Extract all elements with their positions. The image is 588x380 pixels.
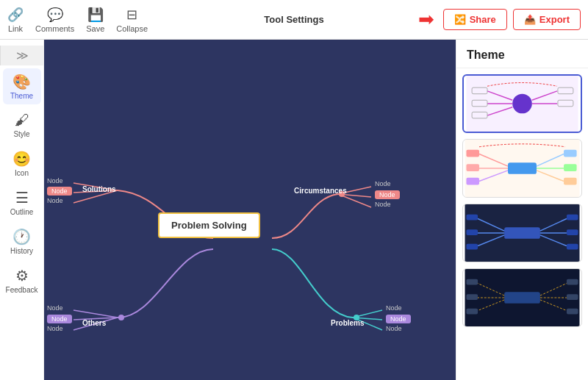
node-p3: Node xyxy=(386,325,402,332)
svg-rect-46 xyxy=(466,279,478,285)
svg-rect-38 xyxy=(567,215,578,221)
tool-collapse[interactable]: ⊟ Collapse xyxy=(116,7,148,33)
svg-rect-42 xyxy=(567,244,578,250)
svg-point-1 xyxy=(118,315,124,320)
save-icon: 💾 xyxy=(87,7,104,23)
node-o2: Node xyxy=(47,315,72,323)
node-p2: Node xyxy=(386,315,411,323)
link-label: Link xyxy=(8,24,23,33)
svg-rect-50 xyxy=(466,309,478,315)
sidebar-item-theme[interactable]: 🎨 Theme xyxy=(3,68,41,104)
center-node[interactable]: Problem Solving xyxy=(158,212,260,238)
theme-card-3[interactable] xyxy=(462,204,582,262)
svg-rect-24 xyxy=(564,150,577,157)
export-icon: 📤 xyxy=(524,14,536,25)
svg-rect-32 xyxy=(466,215,478,221)
red-arrow-icon: ➡ xyxy=(418,8,434,31)
node-s1: Node xyxy=(47,177,63,184)
sidebar-item-history[interactable]: 🕐 History xyxy=(3,223,41,259)
outline-label: Outline xyxy=(10,208,34,216)
branch-solutions: Solutions xyxy=(82,185,116,193)
history-label: History xyxy=(10,247,33,255)
share-button[interactable]: 🔀 Share xyxy=(443,9,507,30)
export-button[interactable]: 📤 Export xyxy=(513,9,581,30)
right-panel: Theme xyxy=(456,40,588,380)
svg-rect-34 xyxy=(466,229,478,235)
tool-save[interactable]: 💾 Save xyxy=(86,7,104,33)
link-icon: 🔗 xyxy=(7,7,24,23)
tool-link[interactable]: 🔗 Link xyxy=(7,7,24,33)
theme-card-4[interactable] xyxy=(462,268,582,327)
feedback-icon: ⚙ xyxy=(15,267,29,284)
left-sidebar: ≫ 🎨 Theme 🖌 Style 😊 Icon ☰ Outline 🕐 His… xyxy=(0,40,44,380)
history-icon: 🕐 xyxy=(12,228,31,245)
sidebar-item-style[interactable]: 🖌 Style xyxy=(3,107,41,143)
toolbar-actions: ➡ 🔀 Share 📤 Export xyxy=(418,8,581,31)
icon-label: Icon xyxy=(15,169,29,177)
mind-map-canvas[interactable]: Problem Solving Solutions Circumstances … xyxy=(44,40,456,380)
node-c3: Node xyxy=(375,201,391,208)
comments-label: Comments xyxy=(35,24,74,33)
theme-card-1[interactable] xyxy=(462,74,582,133)
node-c2: Node xyxy=(375,190,400,199)
toolbar-title: Tool Settings xyxy=(264,14,323,25)
branch-others: Others xyxy=(82,319,106,327)
svg-rect-52 xyxy=(567,279,578,285)
node-s2: Node xyxy=(47,187,72,196)
save-label: Save xyxy=(86,24,104,33)
svg-rect-18 xyxy=(466,150,479,157)
svg-rect-56 xyxy=(567,309,578,315)
svg-rect-48 xyxy=(466,294,478,300)
svg-rect-36 xyxy=(466,244,478,250)
icon-icon: 😊 xyxy=(12,150,31,168)
theme-grid xyxy=(456,68,588,333)
center-node-label: Problem Solving xyxy=(171,220,247,231)
theme-label: Theme xyxy=(10,92,33,100)
svg-rect-44 xyxy=(504,292,540,304)
collapse-label: Collapse xyxy=(116,24,148,33)
sidebar-item-icon[interactable]: 😊 Icon xyxy=(3,146,41,182)
sidebar-item-outline[interactable]: ☰ Outline xyxy=(3,184,41,221)
style-label: Style xyxy=(13,130,29,138)
export-label: Export xyxy=(539,14,570,25)
style-icon: 🖌 xyxy=(15,112,29,129)
svg-point-4 xyxy=(512,94,532,114)
svg-rect-30 xyxy=(504,227,540,239)
node-s3: Node xyxy=(47,197,63,204)
sidebar-collapse-button[interactable]: ≫ xyxy=(0,46,43,65)
feedback-label: Feedback xyxy=(6,286,38,294)
svg-rect-26 xyxy=(564,164,577,171)
outline-icon: ☰ xyxy=(15,189,29,207)
node-o3: Node xyxy=(47,325,63,332)
collapse-icon: ⊟ xyxy=(126,7,137,23)
svg-rect-16 xyxy=(508,162,537,174)
branch-problems: Problems xyxy=(331,319,365,327)
panel-title: Theme xyxy=(456,40,588,68)
share-label: Share xyxy=(470,14,496,25)
branch-circumstances: Circumstances xyxy=(294,187,347,195)
share-icon: 🔀 xyxy=(454,14,466,25)
svg-rect-20 xyxy=(466,164,479,171)
svg-rect-22 xyxy=(466,178,479,185)
toolbar-tools: 🔗 Link 💬 Comments 💾 Save ⊟ Collapse xyxy=(7,7,148,33)
svg-rect-40 xyxy=(567,229,578,235)
node-o1: Node xyxy=(47,304,63,312)
sidebar-item-feedback[interactable]: ⚙ Feedback xyxy=(3,262,41,298)
comments-icon: 💬 xyxy=(47,7,63,23)
svg-rect-28 xyxy=(564,178,577,185)
main-area: ≫ 🎨 Theme 🖌 Style 😊 Icon ☰ Outline 🕐 His… xyxy=(0,40,588,380)
node-p1: Node xyxy=(386,304,402,312)
node-c1: Node xyxy=(375,180,391,187)
theme-card-2[interactable] xyxy=(462,139,582,198)
theme-icon: 🎨 xyxy=(12,73,31,90)
tool-comments[interactable]: 💬 Comments xyxy=(35,7,74,33)
svg-rect-54 xyxy=(567,294,578,300)
toolbar: Tool Settings 🔗 Link 💬 Comments 💾 Save ⊟… xyxy=(0,0,588,40)
